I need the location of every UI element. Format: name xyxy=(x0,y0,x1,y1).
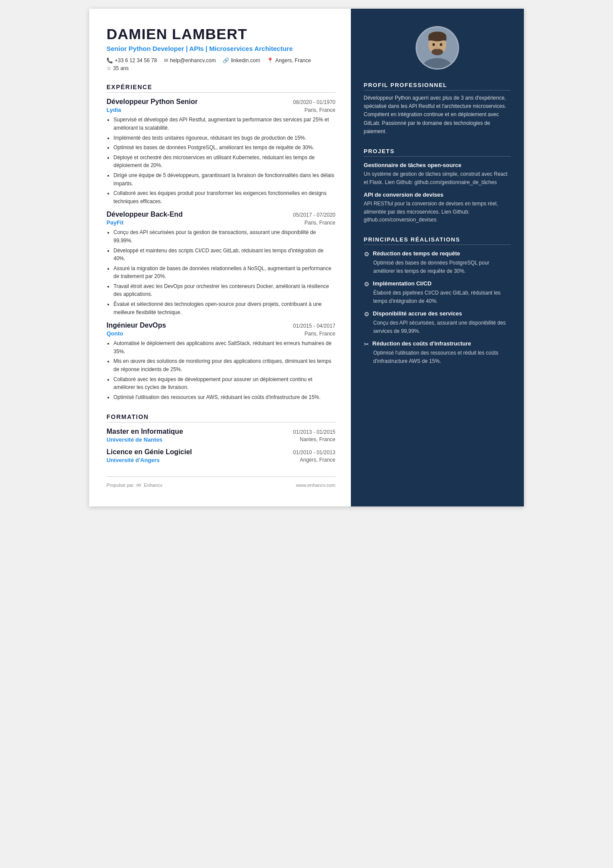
edu-degree-1: Licence en Génie Logiciel xyxy=(107,448,192,456)
bullet-0-3: Déployé et orchestré des microservices e… xyxy=(113,154,336,170)
email-icon: ✉ xyxy=(164,57,168,64)
exp-bullets-1: Conçu des API sécurisées pour la gestion… xyxy=(107,228,336,316)
phone-text: +33 6 12 34 56 78 xyxy=(115,57,157,64)
job-title: Senior Python Developer | APIs | Microse… xyxy=(107,44,336,53)
exp-header-0: Développeur Python Senior 08/2020 - 01/1… xyxy=(107,98,336,106)
exp-title-0: Développeur Python Senior xyxy=(107,98,198,106)
bullet-0-2: Optimisé les bases de données PostgreSQL… xyxy=(113,144,336,152)
education-item-1: Licence en Génie Logiciel 01/2010 - 01/2… xyxy=(107,448,336,463)
realisation-title-0: Réduction des temps de requête xyxy=(373,250,460,258)
experience-item-2: Ingénieur DevOps 01/2015 - 04/2017 Qonto… xyxy=(107,322,336,401)
bullet-1-3: Travail étroit avec les DevOps pour orch… xyxy=(113,282,336,298)
edu-header-0: Master en Informatique 01/2013 - 01/2015 xyxy=(107,428,336,436)
realisation-text-0: Optimisé des bases de données PostgreSQL… xyxy=(373,259,511,275)
formation-section-title: FORMATION xyxy=(107,413,336,422)
project-item-0: Gestionnaire de tâches open-source Un sy… xyxy=(364,162,511,186)
avatar xyxy=(416,26,459,70)
edu-sub-1: Université d'Angers Angers, France xyxy=(107,457,336,463)
bullet-0-5: Collaboré avec les équipes produit pour … xyxy=(113,189,336,205)
realisations-title: PRINCIPALES RÉALISATIONS xyxy=(364,236,511,245)
contact-row: 📞 +33 6 12 34 56 78 ✉ help@enhancv.com 🔗… xyxy=(107,57,336,64)
enhancv-icon: ∞ xyxy=(136,481,141,489)
exp-sub-0: Lydia Paris, France xyxy=(107,107,336,113)
exp-dates-1: 05/2017 - 07/2020 xyxy=(293,212,335,218)
edu-school-1: Université d'Angers xyxy=(107,457,160,463)
realisation-title-1: Implémentation CI/CD xyxy=(373,280,432,288)
exp-dates-2: 01/2015 - 04/2017 xyxy=(293,323,335,329)
right-column: PROFIL PROFESSIONNEL Développeur Python … xyxy=(351,9,524,506)
realisation-header-3: ✂ Réduction des coûts d'infrastructure xyxy=(364,340,511,348)
bullet-0-1: Implémenté des tests unitaires rigoureux… xyxy=(113,134,336,142)
exp-company-1: PayFit xyxy=(107,219,123,226)
edu-location-1: Angers, France xyxy=(300,457,335,463)
bullet-2-0: Automatisé le déploiement des applicatio… xyxy=(113,339,336,355)
project-item-1: API de conversion de devises API RESTful… xyxy=(364,191,511,224)
edu-dates-1: 01/2010 - 01/2013 xyxy=(293,449,335,456)
realisation-header-0: ⚙ Réduction des temps de requête xyxy=(364,250,511,258)
realisation-2: ⚙ Disponibilité accrue des services Conç… xyxy=(364,310,511,335)
realisation-header-2: ⚙ Disponibilité accrue des services xyxy=(364,310,511,318)
realisation-text-1: Élaboré des pipelines CI/CD avec GitLab,… xyxy=(373,289,511,305)
bullet-1-1: Développé et maintenu des scripts CI/CD … xyxy=(113,247,336,263)
exp-title-2: Ingénieur DevOps xyxy=(107,322,166,329)
phone-icon: 📞 xyxy=(107,57,113,64)
svg-rect-4 xyxy=(428,37,446,40)
realisation-icon-0: ⚙ xyxy=(364,251,370,258)
realisation-icon-1: ⚙ xyxy=(364,281,370,288)
edu-header-1: Licence en Génie Logiciel 01/2010 - 01/2… xyxy=(107,448,336,456)
experience-section-title: EXPÉRIENCE xyxy=(107,84,336,93)
exp-bullets-0: Supervisé et développé des API Restful, … xyxy=(107,116,336,205)
realisation-1: ⚙ Implémentation CI/CD Élaboré des pipel… xyxy=(364,280,511,305)
bullet-1-0: Conçu des API sécurisées pour la gestion… xyxy=(113,228,336,245)
location-text: Angers, France xyxy=(275,57,311,64)
powered-by-text: Propulsé par xyxy=(107,483,133,488)
bullet-2-1: Mis en œuvre des solutions de monitoring… xyxy=(113,357,336,373)
experience-item-0: Développeur Python Senior 08/2020 - 01/1… xyxy=(107,98,336,205)
contact-phone: 📞 +33 6 12 34 56 78 xyxy=(107,57,157,64)
svg-point-7 xyxy=(440,43,442,46)
bullet-0-4: Dirigé une équipe de 5 développeurs, gar… xyxy=(113,171,336,188)
realisation-icon-2: ⚙ xyxy=(364,311,370,318)
profil-text: Développeur Python aguerri avec plus de … xyxy=(364,94,511,136)
full-name: DAMIEN LAMBERT xyxy=(107,26,336,42)
bullet-1-2: Assuré la migration de bases de données … xyxy=(113,265,336,281)
exp-header-2: Ingénieur DevOps 01/2015 - 04/2017 xyxy=(107,322,336,329)
profil-title: PROFIL PROFESSIONNEL xyxy=(364,82,511,90)
contact-linkedin: 🔗 linkedin.com xyxy=(223,57,260,64)
bullet-2-3: Optimisé l'utilisation des ressources su… xyxy=(113,393,336,402)
project-title-0: Gestionnaire de tâches open-source xyxy=(364,162,511,168)
exp-company-0: Lydia xyxy=(107,107,121,113)
exp-location-2: Paris, France xyxy=(304,331,335,337)
realisation-text-3: Optimisé l'utilisation des ressources et… xyxy=(373,349,511,365)
age-row: ☆ 35 ans xyxy=(107,65,336,71)
header: DAMIEN LAMBERT Senior Python Developer |… xyxy=(107,26,336,71)
realisation-title-3: Réduction des coûts d'infrastructure xyxy=(373,340,471,348)
exp-company-2: Qonto xyxy=(107,330,123,337)
website-text: www.enhancv.com xyxy=(296,483,336,488)
linkedin-icon: 🔗 xyxy=(223,57,229,64)
experience-item-1: Développeur Back-End 05/2017 - 07/2020 P… xyxy=(107,211,336,316)
realisation-3: ✂ Réduction des coûts d'infrastructure O… xyxy=(364,340,511,365)
project-text-0: Un système de gestion de tâches simple, … xyxy=(364,170,511,186)
contact-location: 📍 Angers, France xyxy=(267,57,311,64)
age-icon: ☆ xyxy=(107,65,111,71)
avatar-container xyxy=(364,26,511,70)
brand-name: Enhancv xyxy=(144,483,163,488)
svg-point-8 xyxy=(436,47,438,50)
edu-degree-0: Master en Informatique xyxy=(107,428,183,436)
bullet-2-2: Collaboré avec les équipes de développem… xyxy=(113,375,336,392)
exp-location-0: Paris, France xyxy=(304,107,335,113)
realisation-0: ⚙ Réduction des temps de requête Optimis… xyxy=(364,250,511,275)
projets-title: PROJETS xyxy=(364,148,511,157)
project-text-1: API RESTful pour la conversion de devise… xyxy=(364,200,511,224)
exp-location-1: Paris, France xyxy=(304,220,335,226)
exp-sub-2: Qonto Paris, France xyxy=(107,330,336,337)
bullet-1-4: Évalué et sélectionné des technologies o… xyxy=(113,300,336,316)
footer-brand: Propulsé par ∞ Enhancv xyxy=(107,481,163,489)
resume-page: DAMIEN LAMBERT Senior Python Developer |… xyxy=(89,9,524,506)
realisation-header-1: ⚙ Implémentation CI/CD xyxy=(364,280,511,288)
realisation-icon-3: ✂ xyxy=(364,341,369,348)
age-text: 35 ans xyxy=(113,65,129,71)
education-item-0: Master en Informatique 01/2013 - 01/2015… xyxy=(107,428,336,443)
exp-sub-1: PayFit Paris, France xyxy=(107,219,336,226)
